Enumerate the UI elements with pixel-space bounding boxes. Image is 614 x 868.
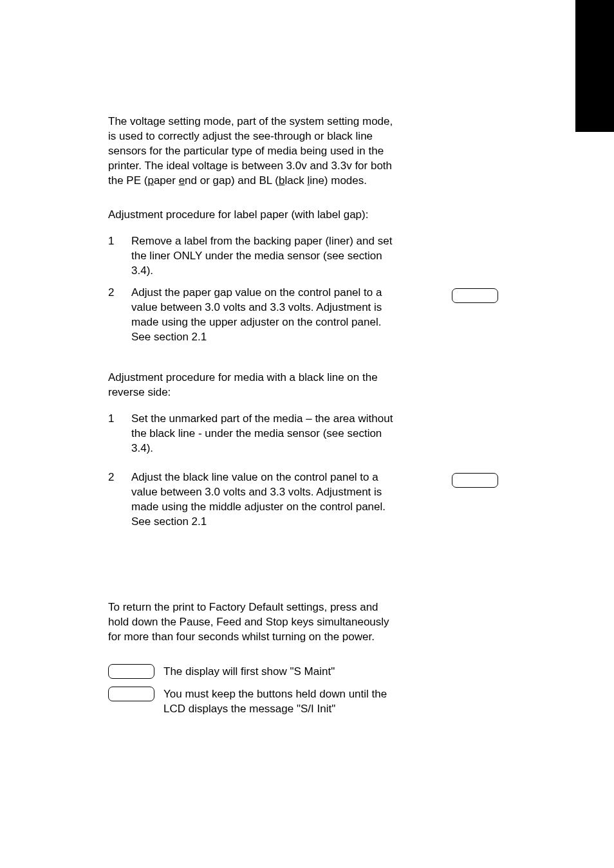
list-number: 1: [108, 412, 131, 456]
display-row-text: You must keep the buttons held down unti…: [163, 686, 400, 717]
list-text: Adjust the black line value on the contr…: [131, 470, 398, 530]
proc1-heading: Adjustment procedure for label paper (wi…: [108, 208, 400, 223]
intro-nd: nd or gap) and BL (: [185, 174, 279, 187]
proc2-list: 1 Set the unmarked part of the media – t…: [108, 412, 400, 530]
list-item: 2 Adjust the paper gap value on the cont…: [108, 286, 400, 345]
list-text: Adjust the paper gap value on the contro…: [131, 286, 398, 345]
list-item: 1 Remove a label from the backing paper …: [108, 234, 400, 279]
intro-aper: aper: [154, 174, 179, 187]
page-content: The voltage setting mode, part of the sy…: [0, 0, 508, 717]
voltage-intro-paragraph: The voltage setting mode, part of the sy…: [108, 115, 400, 189]
intro-lack: lack: [284, 174, 307, 187]
factory-default-section: To return the print to Factory Default s…: [108, 600, 400, 717]
underline-p: p: [147, 174, 153, 187]
display-row: You must keep the buttons held down unti…: [108, 686, 400, 717]
lcd-display-icon: [108, 664, 154, 679]
lcd-display-icon: [452, 473, 498, 488]
side-tab-black: [575, 0, 614, 132]
proc1-list: 1 Remove a label from the backing paper …: [108, 234, 400, 346]
list-text: Remove a label from the backing paper (l…: [131, 234, 400, 279]
display-row: The display will first show "S Maint": [108, 663, 400, 679]
lcd-display-icon: [108, 687, 154, 701]
list-number: 2: [108, 470, 131, 530]
display-row-text: The display will first show "S Maint": [163, 663, 400, 679]
proc2-heading: Adjustment procedure for media with a bl…: [108, 371, 400, 400]
list-number: 2: [108, 286, 131, 345]
underline-e: e: [179, 174, 185, 187]
factory-default-intro: To return the print to Factory Default s…: [108, 600, 400, 645]
list-text: Set the unmarked part of the media – the…: [131, 412, 400, 456]
intro-suffix: ine) modes.: [310, 174, 367, 187]
list-item: 1 Set the unmarked part of the media – t…: [108, 412, 400, 456]
list-number: 1: [108, 234, 131, 279]
lcd-display-icon: [452, 288, 498, 303]
list-item: 2 Adjust the black line value on the con…: [108, 470, 400, 530]
